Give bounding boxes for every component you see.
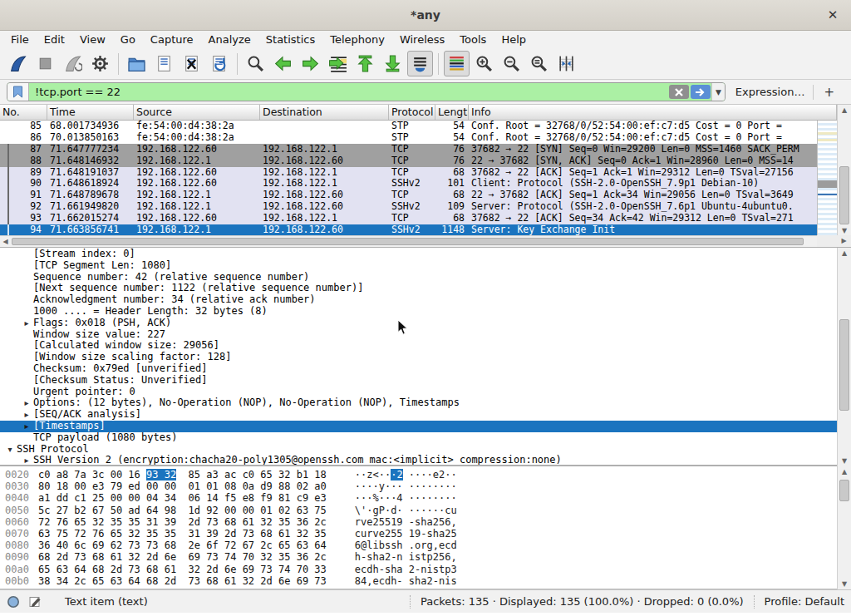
menu-tools[interactable]: Tools bbox=[452, 32, 494, 47]
detail-line[interactable]: [Window size scaling factor: 128] bbox=[0, 352, 851, 363]
scroll-right-icon[interactable]: ▶ bbox=[839, 235, 849, 246]
find-packet-button[interactable] bbox=[243, 51, 268, 76]
capture-comment-icon[interactable] bbox=[28, 595, 42, 609]
zoom-in-button[interactable] bbox=[471, 51, 497, 76]
expand-arrow-icon[interactable]: ▸ bbox=[20, 455, 33, 465]
packet-row[interactable]: 8568.001734936fe:54:00:d4:38:2aSTP54Conf… bbox=[0, 121, 817, 132]
hex-ascii[interactable]: ecdh-sha 2-nistp3 bbox=[355, 564, 457, 575]
expand-arrow-icon[interactable]: ▸ bbox=[20, 318, 33, 329]
hex-bytes[interactable]: 72 76 65 32 35 35 31 39 2d 73 68 61 32 3… bbox=[38, 516, 327, 528]
detail-line[interactable]: Urgent pointer: 0 bbox=[0, 387, 851, 398]
capture-start-button[interactable] bbox=[5, 51, 31, 76]
auto-scroll-button[interactable] bbox=[407, 51, 433, 76]
capture-options-button[interactable] bbox=[87, 51, 113, 76]
zoom-out-button[interactable] bbox=[499, 51, 524, 76]
expand-arrow-icon[interactable]: ▾ bbox=[3, 444, 17, 456]
column-header-protocol[interactable]: Protocol bbox=[389, 105, 435, 120]
packet-row[interactable]: 9071.648618924192.168.122.60192.168.122.… bbox=[0, 178, 817, 190]
hex-scroll-thumb[interactable] bbox=[839, 480, 849, 501]
detail-line[interactable]: [Calculated window size: 29056] bbox=[0, 340, 851, 352]
detail-line[interactable]: [Next sequence number: 1122 (relative se… bbox=[0, 283, 851, 294]
packet-minimap[interactable] bbox=[817, 121, 837, 236]
status-profile[interactable]: Profile: Default bbox=[765, 595, 844, 608]
packet-row[interactable]: 8871.648146932192.168.122.1192.168.122.6… bbox=[0, 155, 817, 167]
capture-stop-button[interactable] bbox=[32, 51, 58, 76]
detail-line[interactable]: ▸[Timestamps] bbox=[0, 421, 851, 432]
hex-bytes[interactable]: a1 dd c1 25 00 00 04 34 06 14 f5 e8 f9 8… bbox=[38, 492, 327, 504]
hex-row[interactable]: 007063 75 72 76 65 32 35 35 31 39 2d 73 … bbox=[5, 528, 851, 540]
scroll-down-icon[interactable]: ▼ bbox=[838, 579, 851, 589]
hex-bytes[interactable]: 5c 27 b2 67 50 ad 64 98 1d 92 00 00 01 0… bbox=[38, 505, 327, 516]
expert-info-icon[interactable] bbox=[7, 595, 20, 609]
hex-row[interactable]: 009068 2d 73 68 61 32 2d 6e 69 73 74 70 … bbox=[5, 551, 851, 563]
hex-bytes[interactable]: 36 40 6c 69 62 73 73 68 2e 6f 72 67 2c 6… bbox=[38, 540, 327, 551]
hex-ascii[interactable]: curve255 19-sha25 bbox=[355, 528, 457, 540]
scroll-up-icon[interactable]: ▲ bbox=[838, 248, 851, 259]
detail-line[interactable]: 1000 .... = Header Length: 32 bytes (8) bbox=[0, 306, 851, 318]
hex-bytes[interactable]: 80 18 00 e3 79 ed 00 00 01 01 08 0a d9 8… bbox=[38, 480, 327, 492]
display-filter-input[interactable] bbox=[29, 83, 668, 101]
menu-analyze[interactable]: Analyze bbox=[201, 32, 258, 47]
expand-arrow-icon[interactable]: ▸ bbox=[20, 409, 33, 421]
column-header-length[interactable]: Length bbox=[435, 105, 469, 120]
menu-telephony[interactable]: Telephony bbox=[322, 32, 392, 47]
resize-columns-button[interactable] bbox=[553, 51, 579, 76]
hex-ascii[interactable]: ···%···4 ········ bbox=[355, 492, 457, 504]
packet-row[interactable]: 9371.662015274192.168.122.60192.168.122.… bbox=[0, 213, 817, 224]
scroll-up-icon[interactable]: ▲ bbox=[838, 105, 851, 116]
detail-line[interactable]: Sequence number: 42 (relative sequence n… bbox=[0, 272, 851, 283]
hex-row[interactable]: 00b038 34 2c 65 63 64 68 2d 73 68 61 32 … bbox=[5, 575, 851, 587]
menu-edit[interactable]: Edit bbox=[37, 32, 72, 47]
detail-line[interactable]: [Checksum Status: Unverified] bbox=[0, 375, 851, 387]
hex-row[interactable]: 00a065 63 64 68 2d 73 68 61 32 2d 6e 69 … bbox=[5, 564, 851, 575]
packet-row[interactable]: 8971.648191037192.168.122.60192.168.122.… bbox=[0, 167, 817, 179]
expand-arrow-icon[interactable]: ▸ bbox=[20, 397, 33, 409]
close-icon[interactable]: ✕ bbox=[824, 7, 841, 23]
hex-row[interactable]: 008036 40 6c 69 62 73 73 68 2e 6f 72 67 … bbox=[5, 540, 851, 551]
capture-restart-button[interactable] bbox=[60, 51, 86, 76]
menu-help[interactable]: Help bbox=[494, 32, 534, 47]
go-to-packet-button[interactable] bbox=[325, 51, 351, 76]
open-file-button[interactable] bbox=[124, 51, 150, 76]
colorize-button[interactable] bbox=[444, 51, 470, 76]
reload-file-button[interactable] bbox=[206, 51, 232, 76]
packet-list-vertical-scrollbar[interactable]: ▲ ▼ bbox=[837, 105, 851, 236]
hex-row[interactable]: 006072 76 65 32 35 35 31 39 2d 73 68 61 … bbox=[5, 516, 851, 528]
hex-bytes[interactable]: 63 75 72 76 65 32 35 35 31 39 2d 73 68 6… bbox=[38, 528, 327, 540]
hex-ascii[interactable]: ··z<···2 ····e2·· bbox=[355, 469, 457, 480]
packet-row[interactable]: 8670.013850163fe:54:00:d4:38:2aSTP54Conf… bbox=[0, 132, 817, 144]
column-header-no[interactable]: No. bbox=[0, 105, 47, 120]
scroll-up-icon[interactable]: ▲ bbox=[838, 466, 851, 477]
go-top-button[interactable] bbox=[352, 51, 378, 76]
details-scroll-thumb[interactable] bbox=[839, 319, 849, 411]
go-back-button[interactable] bbox=[270, 51, 296, 76]
hex-ascii[interactable]: 84,ecdh- sha2-nis bbox=[355, 575, 457, 587]
zoom-reset-button[interactable] bbox=[526, 51, 552, 76]
close-file-button[interactable] bbox=[179, 51, 204, 76]
add-filter-button[interactable]: + bbox=[814, 85, 844, 100]
column-header-info[interactable]: Info bbox=[469, 105, 837, 120]
column-header-destination[interactable]: Destination bbox=[260, 105, 389, 120]
hex-ascii[interactable]: h-sha2-n istp256, bbox=[355, 551, 457, 563]
detail-line[interactable]: ▸SSH Version 2 (encryption:chacha20-poly… bbox=[0, 455, 851, 465]
menu-file[interactable]: File bbox=[3, 32, 37, 47]
hex-vertical-scrollbar[interactable]: ▲ ▼ bbox=[837, 466, 851, 589]
hex-bytes[interactable]: 68 2d 73 68 61 32 2d 6e 69 73 74 70 32 3… bbox=[38, 551, 327, 563]
hex-row[interactable]: 0040a1 dd c1 25 00 00 04 34 06 14 f5 e8 … bbox=[5, 492, 851, 504]
menu-capture[interactable]: Capture bbox=[143, 32, 201, 47]
packet-row[interactable]: 9171.648789678192.168.122.1192.168.122.6… bbox=[0, 190, 817, 201]
packet-list-scroll-thumb[interactable] bbox=[839, 166, 849, 224]
hex-row[interactable]: 003080 18 00 e3 79 ed 00 00 01 01 08 0a … bbox=[5, 480, 851, 492]
detail-line[interactable]: ▸Flags: 0x018 (PSH, ACK) bbox=[0, 318, 851, 329]
details-vertical-scrollbar[interactable]: ▲ ▼ bbox=[837, 248, 851, 466]
packet-list-hscroll-thumb[interactable] bbox=[12, 238, 804, 245]
detail-line[interactable]: Acknowledgment number: 34 (relative ack … bbox=[0, 294, 851, 306]
menu-go[interactable]: Go bbox=[113, 32, 143, 47]
column-header-time[interactable]: Time bbox=[47, 105, 134, 120]
hex-bytes[interactable]: c0 a8 7a 3c 00 16 93 32 85 a3 ac c0 65 3… bbox=[38, 469, 327, 480]
hex-ascii[interactable]: rve25519 -sha256, bbox=[355, 516, 457, 528]
menu-wireless[interactable]: Wireless bbox=[392, 32, 452, 47]
detail-line[interactable]: ▸Options: (12 bytes), No-Operation (NOP)… bbox=[0, 397, 851, 409]
detail-line[interactable]: [Stream index: 0] bbox=[0, 249, 851, 260]
menu-view[interactable]: View bbox=[72, 32, 113, 47]
